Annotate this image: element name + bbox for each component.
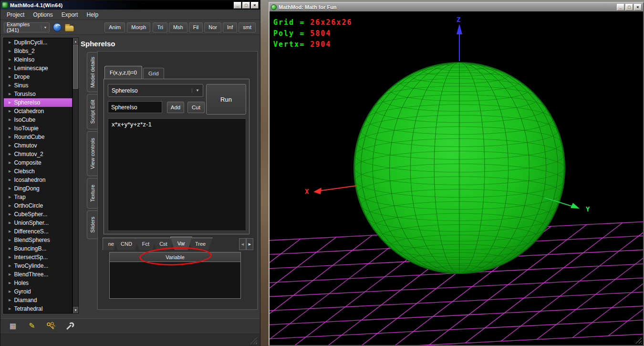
wrench-icon — [65, 322, 75, 330]
close-button[interactable]: × — [251, 2, 259, 9]
cut-button[interactable]: Cut — [187, 102, 205, 113]
toolbar-button-msh[interactable]: Msh — [169, 22, 187, 32]
tab-f-x-y-z-t-0[interactable]: F(x,y,z,t)=0 — [104, 66, 142, 79]
menu-help[interactable]: Help — [82, 10, 103, 19]
example-item-tetrahedral[interactable]: ▶Tetrahedral — [4, 304, 72, 313]
model-select-dropdown[interactable]: SphereIso ▼ — [108, 84, 203, 97]
triangle-icon: ▶ — [9, 109, 11, 113]
example-item-chmutov-2[interactable]: ▶Chmutov_2 — [4, 150, 72, 158]
example-item-blendspheres[interactable]: ▶BlendSpheres — [4, 236, 72, 244]
tab-scroll-right-icon[interactable]: ▶ — [246, 238, 253, 250]
example-item-roundcube[interactable]: ▶RoundCube — [4, 133, 72, 141]
example-item-leminescape[interactable]: ▶Leminescape — [4, 64, 72, 73]
side-tab-model-details[interactable]: Model details — [87, 52, 97, 92]
toolbar-button-smt[interactable]: smt — [239, 22, 256, 32]
example-item-clebsch[interactable]: ▶Clebsch — [4, 167, 72, 176]
formula-editor[interactable]: x*x+y*y+z*z-1 — [108, 118, 246, 231]
tab-scroll-left-icon[interactable]: ◀ — [239, 238, 246, 250]
maximize-button[interactable]: □ — [242, 2, 250, 9]
example-item-unionspher[interactable]: ▶UnionSpher... — [4, 219, 72, 227]
tab-cnd[interactable]: CND — [114, 238, 139, 250]
toolbar-button-morph[interactable]: Morph — [127, 22, 150, 32]
toolbar-button-fil[interactable]: Fil — [189, 22, 203, 32]
example-item-sphereiso[interactable]: ▶SphereIso — [4, 98, 72, 107]
example-item-differences[interactable]: ▶DifferenceS... — [4, 227, 72, 236]
example-item-bouncingb[interactable]: ▶BouncingB... — [4, 244, 72, 253]
3d-viewport[interactable]: Z X Y Grid = 26x26x26Poly = 5804Vertx= 2… — [270, 11, 643, 345]
example-item-twocylinde[interactable]: ▶TwoCylinde... — [4, 262, 72, 270]
render-options-group: TriMshFilNorInfsmt — [153, 22, 256, 32]
example-item-cubespher[interactable]: ▶CubeSpher... — [4, 210, 72, 219]
example-item-blobs-2[interactable]: ▶Blobs_2 — [4, 47, 72, 55]
minimize-button[interactable]: _ — [234, 2, 241, 9]
example-item-duplincycli[interactable]: ▶DuplinCycli... — [4, 38, 72, 47]
edit-tool-button[interactable]: ✎ — [27, 321, 37, 331]
example-item-kleiniso[interactable]: ▶KleinIso — [4, 55, 72, 64]
add-button[interactable]: Add — [167, 102, 184, 113]
x-axis-label: X — [305, 188, 309, 195]
example-item-torusiso[interactable]: ▶TorusIso — [4, 90, 72, 98]
example-item-orthocircle[interactable]: ▶OrthoCircle — [4, 201, 72, 210]
example-label: Tetrahedral — [14, 305, 42, 312]
render-titlebar[interactable]: MathMod: Math for Fun _ □ × — [270, 3, 643, 11]
menu-export[interactable]: Export — [57, 10, 83, 19]
run-button[interactable]: Run — [206, 84, 246, 115]
toolbar-button-inf[interactable]: Inf — [223, 22, 237, 32]
editor-titlebar[interactable]: MathMod-4.1(Win64) _ □ × — [0, 0, 260, 10]
example-item-isocube[interactable]: ▶IsoCube — [4, 115, 72, 124]
scroll-down-icon[interactable]: ▼ — [73, 307, 78, 313]
mathmod-app-icon — [2, 2, 8, 8]
example-item-drope[interactable]: ▶Drope — [4, 73, 72, 81]
side-tab-texture[interactable]: Texture — [87, 178, 97, 209]
grid-tool-button[interactable]: ▦ — [8, 321, 18, 331]
menu-options[interactable]: Options — [29, 10, 57, 19]
triangle-icon: ▶ — [9, 101, 11, 105]
toolbar-button-nor[interactable]: Nor — [204, 22, 221, 32]
example-item-octahedron[interactable]: ▶Octahedron — [4, 107, 72, 115]
example-item-holes[interactable]: ▶Holes — [4, 279, 72, 287]
example-item-sinus[interactable]: ▶Sinus — [4, 81, 72, 90]
example-item-isotoupie[interactable]: ▶IsoToupie — [4, 124, 72, 133]
menu-project[interactable]: Project — [2, 10, 29, 19]
tab-grid[interactable]: Grid — [143, 68, 164, 79]
example-item-chmutov[interactable]: ▶Chmutov — [4, 141, 72, 150]
side-tab-sliders[interactable]: Sliders — [87, 210, 97, 239]
scroll-up-icon[interactable]: ▲ — [73, 38, 78, 44]
toolbar-button-anim[interactable]: Anim — [104, 22, 125, 32]
example-item-icosahedron[interactable]: ▶Icosahedron — [4, 176, 72, 184]
example-item-intersectsp[interactable]: ▶IntersectSp... — [4, 253, 72, 262]
model-name-input[interactable] — [108, 101, 162, 113]
scrollbar-thumb[interactable] — [73, 45, 78, 89]
keys-tool-button[interactable] — [46, 321, 56, 331]
examples-scrollbar[interactable]: ▲ ▼ — [73, 38, 79, 314]
stat-value: 5804 — [310, 29, 331, 38]
side-tab-view-controls[interactable]: View controls — [87, 131, 97, 176]
tab-var[interactable]: Var — [170, 237, 192, 250]
example-item-blendthree[interactable]: ▶BlendThree... — [4, 270, 72, 279]
z-axis-label: Z — [457, 16, 460, 23]
examples-combo[interactable]: Examples (341) ▼ — [4, 22, 50, 32]
toolbar-button-tri[interactable]: Tri — [153, 22, 167, 32]
example-label: Drope — [14, 73, 30, 80]
triangle-icon: ▶ — [9, 75, 11, 79]
reload-globe-button[interactable] — [52, 21, 62, 33]
minimize-button[interactable]: _ — [617, 4, 624, 10]
example-item-composite[interactable]: ▶Composite — [4, 158, 72, 167]
pencil-icon: ✎ — [29, 321, 35, 330]
example-item-trap[interactable]: ▶Trap — [4, 193, 72, 201]
tab-tree[interactable]: Tree — [188, 238, 213, 250]
example-label: KleinIso — [14, 56, 34, 63]
maximize-button[interactable]: □ — [625, 4, 633, 10]
triangle-icon: ▶ — [9, 221, 11, 225]
triangle-icon: ▶ — [9, 290, 11, 294]
example-item-gyroid[interactable]: ▶Gyroid — [4, 287, 72, 296]
stat-label: Vertx= — [273, 40, 310, 49]
stat-label: Poly = — [273, 29, 310, 38]
example-item-dingdong[interactable]: ▶DingDong — [4, 184, 72, 193]
resize-grip[interactable] — [250, 337, 257, 344]
side-tab-script-edit[interactable]: Script Edit — [87, 94, 97, 129]
close-button[interactable]: × — [634, 4, 642, 10]
wrench-tool-button[interactable] — [65, 321, 75, 331]
edit-script-button[interactable] — [64, 21, 74, 33]
example-item-diamand[interactable]: ▶Diamand — [4, 296, 72, 304]
